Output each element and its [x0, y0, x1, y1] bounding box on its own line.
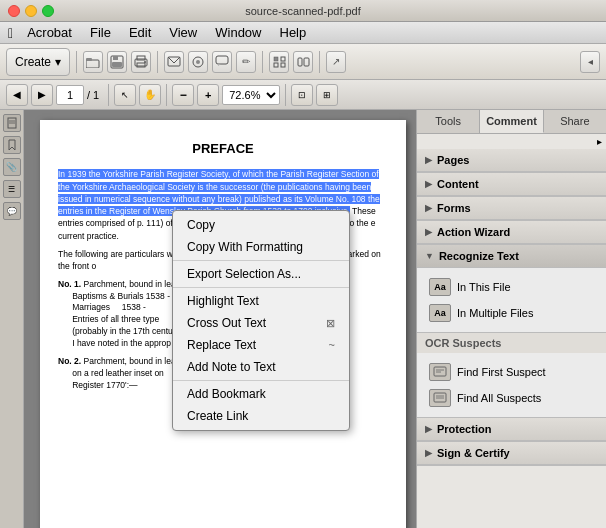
- context-menu: Copy Copy With Formatting Export Selecti…: [172, 210, 350, 431]
- tab-comment[interactable]: Comment: [480, 110, 543, 133]
- sign-button[interactable]: ✏: [236, 51, 256, 73]
- context-create-link-label: Create Link: [187, 409, 248, 423]
- attachments-panel-button[interactable]: 📎: [3, 158, 21, 176]
- print-button[interactable]: [131, 51, 151, 73]
- page-number-input[interactable]: 1: [56, 85, 84, 105]
- acc-pages-header[interactable]: ▶ Pages: [417, 149, 606, 172]
- apple-menu[interactable]: : [8, 25, 13, 41]
- acc-forms-header[interactable]: ▶ Forms: [417, 197, 606, 220]
- view-button[interactable]: [269, 51, 289, 73]
- context-add-bookmark[interactable]: Add Bookmark: [173, 383, 349, 405]
- svg-rect-26: [434, 393, 446, 402]
- ocr-in-this-file-icon: Aa: [429, 278, 451, 296]
- panel-collapse-arrow[interactable]: ▸: [417, 134, 606, 149]
- bookmarks-panel-button[interactable]: [3, 136, 21, 154]
- prev-page-button[interactable]: ◀: [6, 84, 28, 106]
- create-label: Create: [15, 55, 51, 69]
- svg-rect-0: [86, 60, 99, 68]
- svg-rect-1: [86, 58, 92, 61]
- nav-toolbar: ◀ ▶ 1 / 1 ↖ ✋ − + 72.6% 50% 100% 150% ⊡ …: [0, 80, 606, 110]
- acc-protection-header[interactable]: ▶ Protection: [417, 418, 606, 441]
- acc-sign-certify-label: Sign & Certify: [437, 447, 510, 459]
- comment-button[interactable]: [212, 51, 232, 73]
- svg-rect-16: [281, 63, 285, 67]
- context-crossout[interactable]: Cross Out Text ⊠: [173, 312, 349, 334]
- create-button[interactable]: Create ▾: [6, 48, 70, 76]
- pages-panel-button[interactable]: [3, 114, 21, 132]
- context-copy-formatting[interactable]: Copy With Formatting: [173, 236, 349, 258]
- tab-tools[interactable]: Tools: [417, 110, 480, 133]
- minimize-button[interactable]: [25, 5, 37, 17]
- zoom-select[interactable]: 72.6% 50% 100% 150%: [222, 85, 280, 105]
- context-replace-shortcut: ~: [329, 339, 335, 351]
- context-copy[interactable]: Copy: [173, 214, 349, 236]
- menu-edit[interactable]: Edit: [121, 23, 159, 42]
- svg-rect-3: [113, 56, 118, 60]
- svg-rect-12: [216, 56, 228, 64]
- acc-protection-label: Protection: [437, 423, 491, 435]
- acc-action-wizard-header[interactable]: ▶ Action Wizard: [417, 221, 606, 244]
- menu-help[interactable]: Help: [272, 23, 315, 42]
- acc-protection: ▶ Protection: [417, 418, 606, 442]
- next-page-button[interactable]: ▶: [31, 84, 53, 106]
- menu-acrobat[interactable]: Acrobat: [19, 23, 80, 42]
- context-export-selection[interactable]: Export Selection As...: [173, 263, 349, 285]
- zoom-in-button[interactable]: +: [197, 84, 219, 106]
- menu-window[interactable]: Window: [207, 23, 269, 42]
- acc-recognize-text-header[interactable]: ▼ Recognize Text: [417, 245, 606, 268]
- context-crossout-shortcut: ⊠: [326, 317, 335, 330]
- layers-panel-button[interactable]: ☰: [3, 180, 21, 198]
- context-add-note[interactable]: Add Note to Text: [173, 356, 349, 378]
- page-total: / 1: [87, 89, 99, 101]
- select-tool-button[interactable]: ↖: [114, 84, 136, 106]
- acc-recognize-text-label: Recognize Text: [439, 250, 519, 262]
- fit-page-button[interactable]: ⊡: [291, 84, 313, 106]
- layout-button[interactable]: [293, 51, 313, 73]
- maximize-button[interactable]: [42, 5, 54, 17]
- menu-view[interactable]: View: [161, 23, 205, 42]
- ocr-in-multiple-files-icon: Aa: [429, 304, 451, 322]
- separator-1: [76, 51, 77, 73]
- acc-pages-arrow: ▶: [425, 155, 432, 165]
- fit-width-button[interactable]: ⊞: [316, 84, 338, 106]
- context-replace[interactable]: Replace Text ~: [173, 334, 349, 356]
- email-button[interactable]: [164, 51, 184, 73]
- tab-share[interactable]: Share: [544, 110, 606, 133]
- left-panel-strip: 📎 ☰ 💬: [0, 110, 24, 528]
- context-create-link[interactable]: Create Link: [173, 405, 349, 427]
- window-title: source-scanned-pdf.pdf: [245, 5, 361, 17]
- svg-rect-15: [274, 63, 278, 67]
- acc-sign-certify-header[interactable]: ▶ Sign & Certify: [417, 442, 606, 465]
- acc-sign-certify: ▶ Sign & Certify: [417, 442, 606, 466]
- open-button[interactable]: [83, 51, 103, 73]
- export-button[interactable]: ↗: [326, 51, 346, 73]
- close-button[interactable]: [8, 5, 20, 17]
- zoom-out-button[interactable]: −: [172, 84, 194, 106]
- ocr-in-multiple-files-label: In Multiple Files: [457, 307, 533, 319]
- context-highlight[interactable]: Highlight Text: [173, 290, 349, 312]
- ocr-in-multiple-files[interactable]: Aa In Multiple Files: [425, 300, 598, 326]
- ocr-in-this-file-label: In This File: [457, 281, 511, 293]
- find-all-suspects[interactable]: Find All Suspects: [425, 385, 598, 411]
- acc-content-header[interactable]: ▶ Content: [417, 173, 606, 196]
- context-highlight-label: Highlight Text: [187, 294, 259, 308]
- svg-rect-23: [434, 367, 446, 376]
- pdf-viewer[interactable]: PREFACE In 1939 the Yorkshire Parish Reg…: [24, 110, 416, 528]
- svg-point-8: [144, 61, 146, 63]
- ocr-in-this-file[interactable]: Aa In This File: [425, 274, 598, 300]
- context-crossout-label: Cross Out Text: [187, 316, 266, 330]
- preferences-button[interactable]: [188, 51, 208, 73]
- find-all-suspects-icon: [429, 389, 451, 407]
- separator-4: [319, 51, 320, 73]
- save-button[interactable]: [107, 51, 127, 73]
- hand-tool-button[interactable]: ✋: [139, 84, 161, 106]
- context-export-label: Export Selection As...: [187, 267, 301, 281]
- find-first-suspect[interactable]: Find First Suspect: [425, 359, 598, 385]
- acc-action-wizard: ▶ Action Wizard: [417, 221, 606, 245]
- comments-panel-button[interactable]: 💬: [3, 202, 21, 220]
- collapse-toolbar-button[interactable]: ◂: [580, 51, 600, 73]
- acc-ocr-suspects: OCR Suspects Find First Suspect: [417, 333, 606, 418]
- menu-file[interactable]: File: [82, 23, 119, 42]
- separator-2: [157, 51, 158, 73]
- find-first-suspect-label: Find First Suspect: [457, 366, 546, 378]
